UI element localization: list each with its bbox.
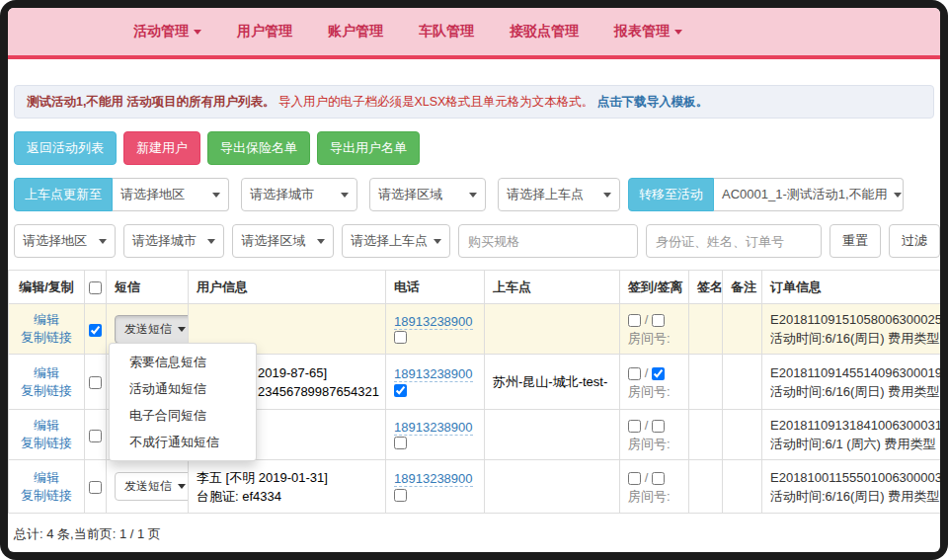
nav-pickup-point-management[interactable]: 接驳点管理 (510, 23, 579, 40)
order-details: 活动时间:6/1 (周六) 费用类型 (770, 435, 940, 453)
chevron-down-icon (212, 193, 220, 198)
nav-report-management[interactable]: 报表管理 (614, 23, 682, 40)
row-checkbox[interactable] (89, 481, 102, 494)
nav-label: 账户管理 (328, 23, 383, 40)
back-to-activities-button[interactable]: 返回活动列表 (14, 131, 117, 165)
phone-checkbox[interactable] (394, 489, 407, 502)
row-select-cell (85, 304, 107, 355)
export-users-button[interactable]: 导出用户名单 (317, 131, 420, 165)
room-number-label: 房间号: (628, 329, 680, 348)
sign-out-checkbox[interactable] (652, 367, 665, 380)
edit-link[interactable]: 编辑 (34, 365, 59, 380)
sign-out-checkbox[interactable] (652, 314, 665, 327)
nav-account-management[interactable]: 账户管理 (328, 23, 383, 40)
nav-activity-management[interactable]: 活动管理 (133, 23, 201, 40)
phone-link[interactable]: 18913238900 (394, 366, 473, 382)
order-number: E20181001155501006300003 (770, 468, 940, 487)
chevron-down-icon (434, 239, 441, 244)
header-pickup: 上车点 (485, 271, 620, 304)
phone-cell: 18913238900 (386, 460, 485, 514)
sign-cell: / 房间号: (620, 304, 689, 355)
edit-copy-cell: 编辑 复制链接 (9, 355, 85, 410)
sign-out-checkbox[interactable] (652, 420, 665, 433)
new-user-button[interactable]: 新建用户 (123, 131, 200, 165)
pickup-point-select[interactable]: 请选择上车点 (498, 178, 620, 211)
phone-checkbox[interactable] (394, 437, 407, 449)
reset-button[interactable]: 重置 (830, 224, 881, 258)
sign-in-checkbox[interactable] (628, 367, 641, 380)
header-user-info: 用户信息 (189, 271, 386, 304)
table-header-row: 编辑/复制 短信 用户信息 电话 上车点 签到/签离 签名 备注 订单信息 (9, 271, 941, 304)
row-select-cell (85, 460, 107, 514)
note-cell (723, 355, 762, 410)
edit-link[interactable]: 编辑 (34, 470, 59, 485)
nav-label: 用户管理 (237, 23, 292, 40)
alert-title: 测试活动1,不能用 活动项目的所有用户列表。 (27, 95, 275, 109)
filter-district-select[interactable]: 请选择区域 (232, 224, 334, 258)
sign-in-checkbox[interactable] (628, 420, 641, 433)
chevron-down-icon (317, 239, 325, 244)
nav-user-management[interactable]: 用户管理 (237, 23, 292, 40)
menu-item-cancel-notice-sms[interactable]: 不成行通知短信 (110, 429, 256, 455)
filter-pickup-select[interactable]: 请选择上车点 (342, 224, 450, 258)
region-select[interactable]: 请选择地区 (113, 178, 229, 211)
filter-region-select[interactable]: 请选择地区 (14, 224, 116, 258)
header-sms: 短信 (107, 271, 189, 304)
edit-link[interactable]: 编辑 (34, 418, 59, 433)
sign-in-checkbox[interactable] (628, 472, 641, 485)
copy-link[interactable]: 复制链接 (21, 383, 72, 398)
signature-cell (689, 410, 723, 460)
nav-label: 活动管理 (133, 23, 189, 40)
district-select[interactable]: 请选择区域 (369, 178, 486, 211)
filter-button[interactable]: 过滤 (889, 224, 940, 258)
pickup-cell (485, 410, 620, 460)
download-template-link[interactable]: 点击下载导入模板。 (597, 95, 709, 109)
copy-link[interactable]: 复制链接 (21, 488, 72, 503)
order-number: E20181109151058006300025 (770, 310, 940, 329)
phone-checkbox[interactable] (394, 384, 407, 397)
chevron-down-icon (194, 30, 201, 35)
row-checkbox[interactable] (89, 376, 102, 389)
sign-out-checkbox[interactable] (652, 472, 665, 485)
phone-link[interactable]: 18913238900 (394, 314, 473, 330)
city-select[interactable]: 请选择城市 (241, 178, 357, 211)
transfer-activity-button[interactable]: 转移至活动 (628, 178, 714, 211)
nav-fleet-management[interactable]: 车队管理 (419, 23, 474, 40)
send-sms-button[interactable]: 发送短信 (115, 472, 189, 501)
row-checkbox[interactable] (89, 324, 102, 337)
order-info-cell: E20181109151058006300025 活动时间:6/16(周日) 费… (762, 304, 941, 355)
note-cell (723, 410, 762, 460)
copy-link[interactable]: 复制链接 (21, 330, 72, 345)
spec-input[interactable] (458, 224, 638, 258)
select-value: 请选择地区 (120, 186, 185, 203)
menu-item-request-info-sms[interactable]: 索要信息短信 (110, 349, 256, 375)
order-info-cell: E20181001155501006300003 活动时间:6/16(周日) 费… (762, 460, 941, 514)
order-info-cell: E20181109131841006300031 活动时间:6/1 (周六) 费… (762, 410, 941, 460)
menu-item-e-contract-sms[interactable]: 电子合同短信 (110, 402, 256, 429)
chevron-down-icon (894, 193, 902, 198)
phone-checkbox[interactable] (394, 331, 407, 344)
activity-select[interactable]: AC0001_1-测试活动1,不能用 (714, 178, 904, 211)
send-sms-button[interactable]: 发送短信 (115, 315, 189, 344)
copy-link[interactable]: 复制链接 (21, 436, 72, 450)
export-insurance-button[interactable]: 导出保险名单 (207, 131, 310, 165)
sign-in-checkbox[interactable] (628, 314, 641, 327)
select-value: 请选择区域 (241, 232, 305, 250)
order-details: 活动时间:6/16(周日) 费用类型 (770, 382, 940, 401)
user-info-cell: 李五 [不明 2019-01-31] 台胞证: ef4334 (189, 460, 386, 514)
users-table-wrap: 编辑/复制 短信 用户信息 电话 上车点 签到/签离 签名 备注 订单信息 编辑… (8, 270, 940, 514)
header-sign: 签到/签离 (620, 271, 689, 304)
phone-link[interactable]: 18913238900 (394, 471, 473, 487)
row-select-cell (85, 355, 107, 410)
select-all-checkbox[interactable] (89, 281, 102, 294)
filter-city-select[interactable]: 请选择城市 (123, 224, 225, 258)
menu-item-activity-notice-sms[interactable]: 活动通知短信 (110, 375, 256, 402)
phone-link[interactable]: 18913238900 (394, 420, 473, 436)
note-cell (723, 460, 762, 514)
edit-link[interactable]: 编辑 (34, 312, 59, 327)
signature-cell (689, 460, 723, 514)
row-checkbox[interactable] (89, 430, 102, 442)
edit-copy-cell: 编辑 复制链接 (9, 304, 85, 355)
search-input[interactable] (646, 224, 822, 258)
update-pickup-button[interactable]: 上车点更新至 (14, 178, 113, 211)
